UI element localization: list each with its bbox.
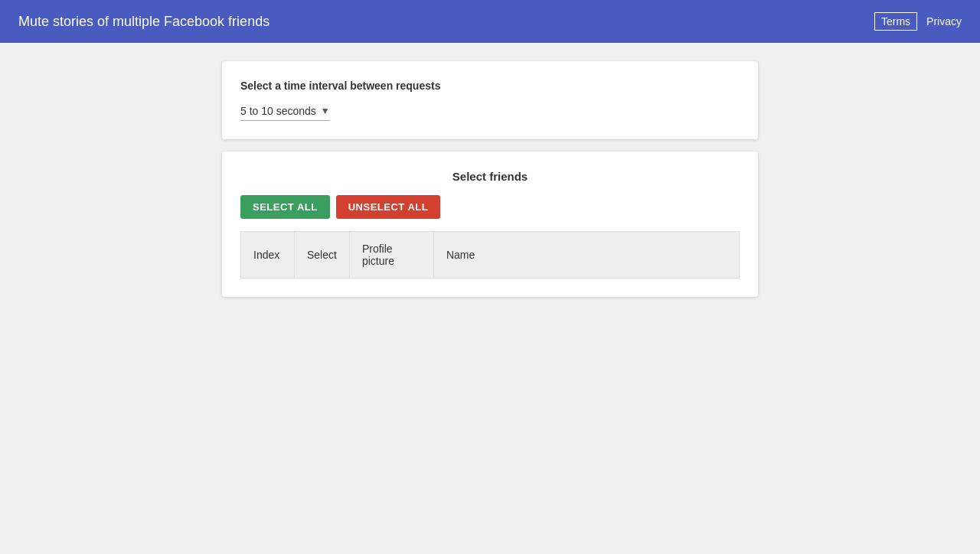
time-interval-label: Select a time interval between requests [240, 80, 740, 92]
col-header-profile-picture: Profile picture [349, 232, 433, 279]
col-header-name: Name [433, 232, 739, 279]
col-header-index: Index [241, 232, 295, 279]
header: Mute stories of multiple Facebook friend… [0, 0, 980, 43]
select-all-button[interactable]: SELECT ALL [240, 195, 330, 219]
friends-card: Select friends SELECT ALL UNSELECT ALL I… [222, 152, 758, 297]
time-interval-dropdown[interactable]: 5 to 10 seconds ▼ [240, 105, 330, 121]
page-title: Mute stories of multiple Facebook friend… [18, 14, 270, 30]
unselect-all-button[interactable]: UNSELECT ALL [336, 195, 440, 219]
button-row: SELECT ALL UNSELECT ALL [240, 195, 740, 219]
chevron-down-icon: ▼ [321, 106, 330, 116]
friends-table: Index Select Profile picture Name [240, 231, 740, 279]
friends-card-title: Select friends [240, 170, 740, 183]
header-links: Terms Privacy [874, 12, 962, 31]
col-header-select: Select [295, 232, 350, 279]
main-content: Select a time interval between requests … [0, 43, 980, 315]
terms-link[interactable]: Terms [874, 12, 917, 31]
time-interval-value: 5 to 10 seconds [240, 105, 316, 117]
table-header-row: Index Select Profile picture Name [241, 232, 740, 279]
time-interval-card: Select a time interval between requests … [222, 61, 758, 139]
privacy-link[interactable]: Privacy [926, 15, 962, 28]
